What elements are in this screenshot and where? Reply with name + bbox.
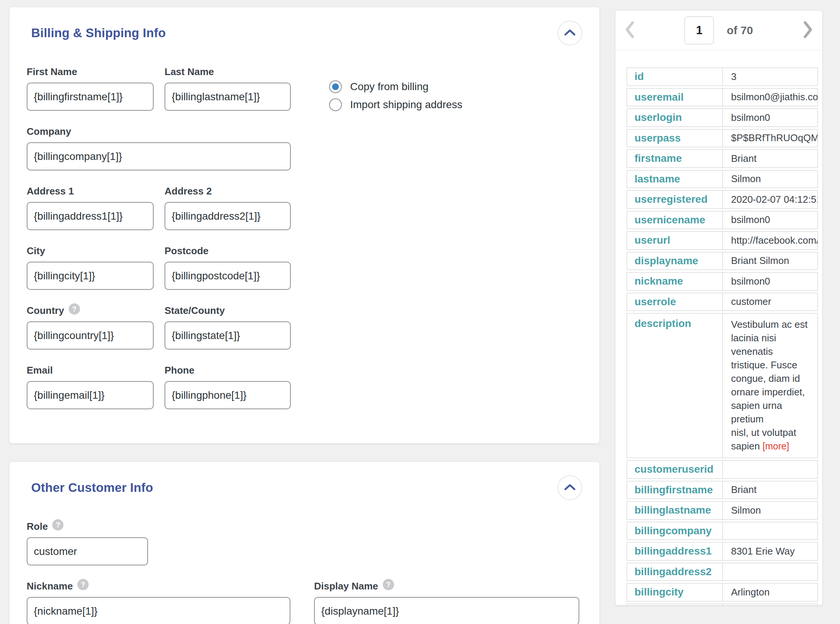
- record-pager: of 70: [615, 11, 822, 50]
- role-label: Role: [27, 521, 48, 532]
- country-input[interactable]: [27, 321, 154, 349]
- record-row: billingcity Arlington: [627, 583, 818, 601]
- page-number-input[interactable]: [684, 17, 714, 44]
- record-value: $P$BRfThRUOqQMqt1: [723, 130, 817, 147]
- more-link[interactable]: [more]: [763, 441, 789, 451]
- description-text: Vestibulum ac est lacinia nisi venenatis…: [731, 319, 808, 452]
- record-key: userpass: [627, 130, 723, 147]
- record-row: useremail bsilmon0@jiathis.com: [627, 88, 818, 107]
- record-value: customer: [723, 293, 817, 311]
- record-row: userlogin bsilmon0: [627, 108, 818, 127]
- chevron-left-icon: [623, 20, 636, 40]
- other-card-title: Other Customer Info: [31, 480, 153, 495]
- nickname-input[interactable]: [27, 597, 291, 624]
- record-value: [723, 563, 817, 581]
- record-key: userurl: [627, 232, 723, 249]
- shipping-source-options: Copy from billing Import shipping addres…: [329, 66, 463, 116]
- record-key: billingaddress1: [627, 542, 723, 560]
- nickname-help-icon[interactable]: ?: [77, 579, 89, 590]
- email-input[interactable]: [27, 381, 154, 409]
- state-input[interactable]: [164, 321, 291, 349]
- record-key: customeruserid: [627, 461, 723, 478]
- record-value: 8301 Erie Way: [723, 542, 817, 560]
- field-nickname: Nickname ?: [27, 581, 291, 624]
- state-label: State/County: [164, 305, 291, 316]
- import-shipping-address-radio[interactable]: Import shipping address: [329, 98, 463, 111]
- record-key: useremail: [627, 89, 723, 106]
- record-row: customeruserid: [627, 460, 818, 479]
- phone-input[interactable]: [164, 381, 291, 409]
- company-input[interactable]: [27, 142, 291, 170]
- record-key: nickname: [627, 273, 723, 290]
- city-input[interactable]: [27, 262, 154, 290]
- record-value: Briant: [723, 150, 817, 167]
- field-state: State/County: [164, 305, 291, 349]
- record-key: billingaddress2: [627, 563, 723, 581]
- display-name-help-icon[interactable]: ?: [383, 579, 394, 590]
- record-row: billingcompany: [627, 522, 818, 540]
- record-key: displayname: [627, 252, 723, 270]
- record-value: [723, 461, 817, 478]
- record-row: billingaddress2: [627, 563, 818, 581]
- record-value: bsilmon0: [723, 212, 817, 229]
- record-row: displayname Briant Silmon: [627, 252, 818, 270]
- prev-page-button[interactable]: [623, 20, 636, 40]
- record-key: billingpostcode: [627, 604, 723, 606]
- record-row: usernicename bsilmon0: [627, 211, 818, 229]
- copy-from-billing-radio[interactable]: Copy from billing: [329, 80, 463, 93]
- record-key: userlogin: [627, 109, 723, 127]
- display-name-label: Display Name: [314, 581, 378, 592]
- record-row: lastname Silmon: [627, 170, 818, 188]
- record-value: Silmon: [723, 502, 817, 519]
- record-row: nickname bsilmon0: [627, 272, 818, 290]
- country-help-icon[interactable]: ?: [69, 303, 80, 315]
- billing-card-title: Billing & Shipping Info: [31, 26, 166, 40]
- billing-shipping-card: Billing & Shipping Info First Name Last …: [9, 7, 600, 444]
- role-input[interactable]: [27, 537, 148, 565]
- record-key: billingcompany: [627, 522, 723, 540]
- last-name-input[interactable]: [164, 83, 291, 111]
- first-name-label: First Name: [27, 66, 154, 77]
- display-name-input[interactable]: [314, 597, 579, 624]
- record-key: description: [627, 314, 723, 458]
- other-card-header: Other Customer Info: [27, 475, 582, 500]
- phone-label: Phone: [164, 365, 291, 376]
- address1-input[interactable]: [27, 202, 154, 230]
- company-label: Company: [27, 126, 291, 137]
- field-postcode: Postcode: [164, 245, 291, 290]
- role-help-icon[interactable]: ?: [52, 519, 63, 530]
- city-label: City: [27, 245, 154, 256]
- billing-card-header: Billing & Shipping Info: [27, 21, 582, 45]
- record-key: id: [627, 68, 723, 86]
- record-value: Vestibulum ac est lacinia nisi venenatis…: [723, 314, 817, 458]
- first-name-input[interactable]: [27, 83, 154, 111]
- chevron-up-icon: [564, 483, 575, 492]
- record-value: http://facebook.com/bs: [723, 232, 817, 249]
- record-key: usernicename: [627, 212, 723, 229]
- radio-selected-icon: [329, 80, 342, 93]
- field-role: Role ?: [27, 521, 148, 565]
- collapse-billing-button[interactable]: [557, 21, 582, 45]
- record-key: lastname: [627, 170, 723, 188]
- address2-input[interactable]: [164, 202, 291, 230]
- record-key: userrole: [627, 293, 723, 311]
- field-country: Country ?: [27, 305, 154, 349]
- record-key: userregistered: [627, 191, 723, 209]
- radio-unselected-icon: [329, 98, 342, 111]
- record-row: billingpostcode 22225: [627, 604, 818, 606]
- next-page-button[interactable]: [802, 20, 814, 40]
- collapse-other-button[interactable]: [557, 475, 582, 500]
- import-shipping-address-label: Import shipping address: [350, 99, 463, 111]
- email-label: Email: [27, 365, 154, 376]
- form-column: Billing & Shipping Info First Name Last …: [9, 7, 600, 624]
- record-key: billingcity: [627, 584, 723, 601]
- record-value: bsilmon0: [723, 109, 817, 127]
- postcode-input[interactable]: [164, 262, 291, 290]
- record-row: firstname Briant: [627, 150, 818, 168]
- billing-form-grid: First Name Last Name Company Address 1 A…: [27, 66, 291, 424]
- field-address2: Address 2: [164, 185, 291, 230]
- country-label: Country: [27, 305, 64, 317]
- record-value: bsilmon0: [723, 273, 817, 290]
- record-value: 2020-02-07 04:12:51: [723, 191, 817, 209]
- copy-from-billing-label: Copy from billing: [350, 81, 429, 93]
